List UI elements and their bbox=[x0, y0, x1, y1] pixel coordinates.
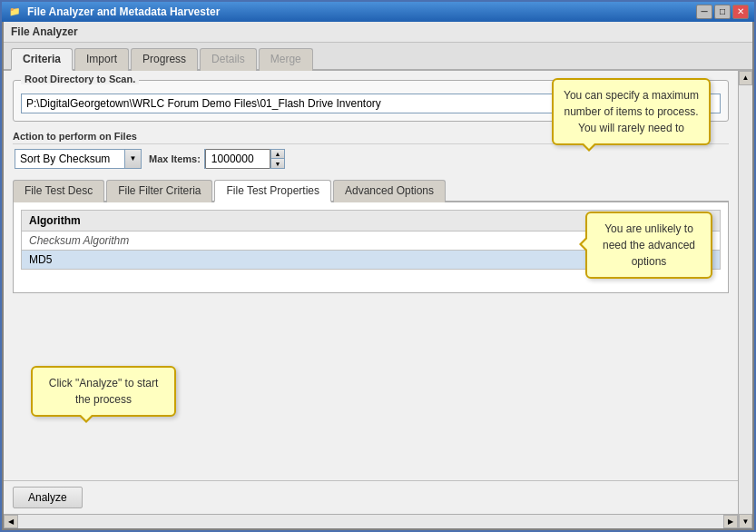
window-title: File Analyzer bbox=[4, 22, 752, 43]
max-items-row: Max Items: ▲ ▼ bbox=[149, 149, 285, 169]
scroll-left-arrow[interactable]: ◀ bbox=[4, 515, 18, 528]
tab-merge[interactable]: Merge bbox=[259, 48, 313, 71]
minimize-button[interactable]: ─ bbox=[696, 5, 712, 19]
main-content: Root Directory to Scan. Action to perfor… bbox=[4, 71, 738, 528]
bottom-area: Analyze bbox=[4, 480, 738, 514]
spin-up-button[interactable]: ▲ bbox=[271, 150, 284, 159]
tab-import[interactable]: Import bbox=[74, 48, 129, 71]
tab-progress[interactable]: Progress bbox=[131, 48, 198, 71]
max-items-input: ▲ ▼ bbox=[204, 149, 285, 169]
callout-advanced-options: You are unlikely to need the advanced op… bbox=[585, 212, 712, 279]
inner-tab-bar: File Test Desc File Filter Criteria File… bbox=[13, 178, 729, 202]
scroll-up-arrow[interactable]: ▲ bbox=[739, 71, 752, 85]
scroll-track-horizontal[interactable] bbox=[18, 515, 723, 528]
inner-tab-file-filter-criteria[interactable]: File Filter Criteria bbox=[106, 180, 212, 202]
root-directory-label: Root Directory to Scan. bbox=[21, 74, 139, 84]
right-scrollbar: ▲ ▼ bbox=[738, 71, 752, 528]
inner-tab-file-test-desc[interactable]: File Test Desc bbox=[13, 180, 104, 202]
sort-dropdown[interactable]: Sort By Checksum ▼ bbox=[15, 149, 142, 169]
close-button[interactable]: ✕ bbox=[732, 5, 749, 19]
max-items-spinner: ▲ ▼ bbox=[270, 150, 284, 168]
max-items-field[interactable] bbox=[205, 149, 270, 169]
title-bar-text: File Analyzer and Metadata Harvester bbox=[27, 5, 696, 18]
analyze-button[interactable]: Analyze bbox=[13, 487, 83, 508]
title-bar-buttons: ─ □ ✕ bbox=[696, 5, 749, 19]
window-body: File Analyzer Criteria Import Progress D… bbox=[2, 22, 754, 530]
spin-down-button[interactable]: ▼ bbox=[271, 158, 284, 168]
callout-analyze: Click "Analyze" to start the process bbox=[31, 366, 176, 417]
main-layout: Root Directory to Scan. Action to perfor… bbox=[4, 71, 752, 528]
sort-dropdown-text: Sort By Checksum bbox=[15, 151, 124, 167]
scroll-down-arrow[interactable]: ▼ bbox=[739, 514, 752, 528]
scroll-track-vertical[interactable] bbox=[739, 85, 752, 514]
inner-tab-file-test-properties[interactable]: File Test Properties bbox=[214, 180, 331, 202]
content-area: Root Directory to Scan. Action to perfor… bbox=[4, 71, 738, 480]
title-bar: 📁 File Analyzer and Metadata Harvester ─… bbox=[2, 2, 754, 22]
bottom-scrollbar: ◀ ▶ bbox=[4, 514, 738, 528]
tab-criteria[interactable]: Criteria bbox=[11, 48, 73, 71]
main-tab-bar: Criteria Import Progress Details Merge bbox=[4, 43, 752, 71]
app-icon: 📁 bbox=[7, 5, 22, 19]
max-items-label: Max Items: bbox=[149, 153, 201, 164]
inner-tab-advanced-options[interactable]: Advanced Options bbox=[333, 180, 446, 202]
action-row: Sort By Checksum ▼ Max Items: ▲ ▼ bbox=[13, 149, 729, 169]
sort-dropdown-arrow[interactable]: ▼ bbox=[124, 150, 141, 168]
scroll-right-arrow[interactable]: ▶ bbox=[723, 515, 738, 528]
tab-details[interactable]: Details bbox=[200, 48, 257, 71]
restore-button[interactable]: □ bbox=[714, 5, 731, 19]
callout-max-items: You can specify a maximum number of item… bbox=[552, 78, 711, 145]
